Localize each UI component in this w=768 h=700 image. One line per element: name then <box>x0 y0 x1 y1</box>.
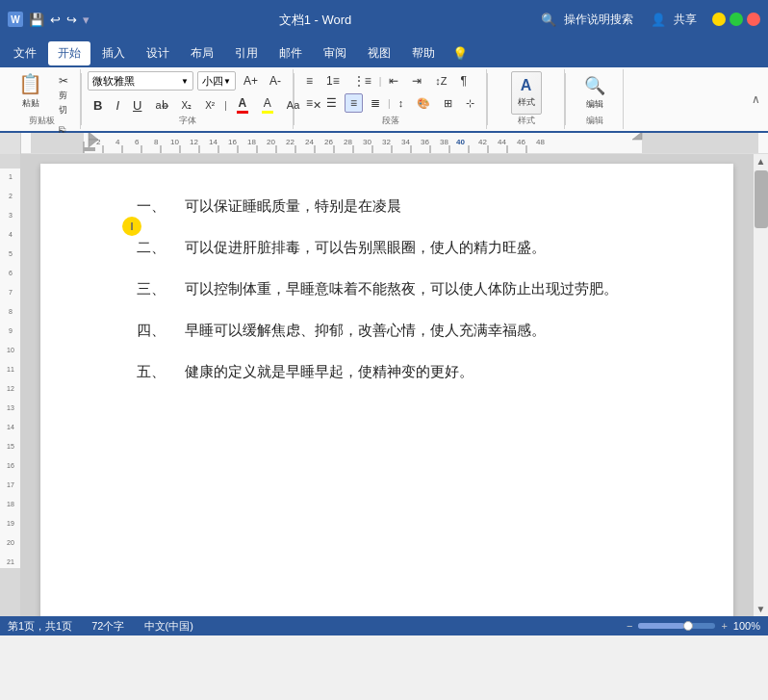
share-button[interactable]: 共享 <box>674 12 697 28</box>
language[interactable]: 中文(中国) <box>144 619 193 634</box>
svg-text:9: 9 <box>9 327 13 334</box>
paragraph-2[interactable]: 二、 可以促进肝脏排毒，可以告别黑眼圈，使人的精力旺盛。 <box>137 234 676 260</box>
paragraph-1[interactable]: 一、 可以保证睡眠质量，特别是在凌晨 <box>137 193 676 219</box>
menu-item-review[interactable]: 审阅 <box>314 41 356 65</box>
increase-indent-button[interactable]: ⇥ <box>406 71 427 91</box>
svg-text:20: 20 <box>7 539 14 546</box>
search-icon[interactable]: 🔍 <box>541 13 556 27</box>
undo-icon[interactable]: ↩ <box>50 13 61 27</box>
svg-text:19: 19 <box>7 520 14 527</box>
justify-button[interactable]: ≣ <box>365 93 386 113</box>
ruler-svg: 2 4 6 8 10 12 14 16 18 20 22 <box>31 133 758 153</box>
ribbon-collapse-button[interactable]: ∧ <box>748 89 764 110</box>
borders-button[interactable]: ⊞ <box>438 94 458 113</box>
document-page[interactable]: I 一、 可以保证睡眠质量，特别是在凌晨 二、 可以促进肝脏排毒，可以告别黑眼圈… <box>40 164 733 616</box>
menu-bar: 文件 开始 插入 设计 布局 引用 邮件 审阅 视图 帮助 💡 <box>0 39 768 67</box>
para-5-text: 健康的定义就是早睡早起，使精神变的更好。 <box>185 358 676 384</box>
menu-item-references[interactable]: 引用 <box>225 41 268 65</box>
svg-text:24: 24 <box>305 138 314 146</box>
paragraph-3[interactable]: 三、 可以控制体重，早睡意味着不能熬夜，可以使人体防止出现过劳肥。 <box>137 275 676 301</box>
user-icon[interactable]: 👤 <box>651 13 666 27</box>
scroll-down-button[interactable]: ▼ <box>754 602 768 616</box>
sort-button[interactable]: ↕Z <box>429 72 452 90</box>
svg-rect-2 <box>642 133 758 153</box>
font-size-select[interactable]: 小四 ▼ <box>197 71 236 91</box>
menu-item-layout[interactable]: 布局 <box>181 41 223 65</box>
svg-text:34: 34 <box>401 138 410 146</box>
zoom-thumb[interactable] <box>683 621 693 631</box>
scroll-up-button[interactable]: ▲ <box>754 154 768 169</box>
align-right-button[interactable]: ≡ <box>345 93 363 113</box>
svg-text:5: 5 <box>9 250 13 257</box>
title-bar-left: W 💾 ↩ ↪ ▾ <box>8 12 90 27</box>
search-label[interactable]: 操作说明搜索 <box>564 12 633 28</box>
zoom-slider[interactable] <box>638 623 715 629</box>
menu-item-insert[interactable]: 插入 <box>92 41 135 65</box>
paragraph-4[interactable]: 四、 早睡可以缓解焦虑、抑郁，改善心情，使人充满幸福感。 <box>137 317 676 343</box>
page-info[interactable]: 第1页，共1页 <box>8 619 72 634</box>
svg-text:18: 18 <box>7 501 14 507</box>
svg-text:21: 21 <box>7 558 14 565</box>
strikethrough-button[interactable]: ab̶ <box>149 96 173 115</box>
svg-text:22: 22 <box>286 138 294 146</box>
superscript-button[interactable]: X² <box>199 97 220 114</box>
zoom-out-icon[interactable]: − <box>627 620 632 632</box>
edit-button[interactable]: 🔍 编辑 <box>577 71 612 115</box>
shading-button[interactable]: 🎨 <box>411 94 436 113</box>
font-name-select[interactable]: 微软雅黑 ▼ <box>88 71 193 91</box>
numbering-button[interactable]: 1≡ <box>320 71 346 91</box>
menu-item-home[interactable]: 开始 <box>48 41 90 65</box>
bullets-button[interactable]: ≡ <box>300 71 319 91</box>
menu-item-file[interactable]: 文件 <box>4 41 46 65</box>
menu-item-mail[interactable]: 邮件 <box>269 41 312 65</box>
styles-icon: A <box>521 77 532 94</box>
svg-text:40: 40 <box>456 138 465 146</box>
line-spacing-button[interactable]: ↕ <box>393 94 410 112</box>
save-icon[interactable]: 💾 <box>29 13 44 27</box>
paragraph-5[interactable]: 五、 健康的定义就是早睡早起，使精神变的更好。 <box>137 358 676 384</box>
app-icon: W <box>8 12 23 27</box>
redo-icon[interactable]: ↪ <box>66 13 77 27</box>
para-5-num: 五、 <box>137 358 185 384</box>
font-grow-button[interactable]: A+ <box>240 72 262 90</box>
lightbulb-icon[interactable]: 💡 <box>452 46 468 61</box>
horizontal-ruler: 2 4 6 8 10 12 14 16 18 20 22 <box>21 133 768 153</box>
menu-item-view[interactable]: 视图 <box>358 41 400 65</box>
align-left-button[interactable]: ≡ <box>300 93 319 113</box>
word-count[interactable]: 72个字 <box>91 619 124 634</box>
scroll-thumb[interactable] <box>755 170 768 228</box>
zoom-level[interactable]: 100% <box>733 620 760 632</box>
paste-button[interactable]: 📋 粘贴 <box>10 71 51 110</box>
zoom-in-icon[interactable]: + <box>721 620 727 632</box>
close-button[interactable] <box>747 13 760 26</box>
multilevel-list-button[interactable]: ⋮≡ <box>347 71 377 91</box>
svg-text:38: 38 <box>440 138 448 146</box>
styles-button[interactable]: A 样式 <box>511 71 542 115</box>
para-2-text: 可以促进肝脏排毒，可以告别黑眼圈，使人的精力旺盛。 <box>185 234 676 260</box>
ribbon-content: 📋 粘贴 ✂ 剪切 ⎘ 复制 🖌 格式刷 剪贴板 <box>0 67 768 131</box>
menu-item-design[interactable]: 设计 <box>137 41 179 65</box>
paragraph-label: 段落 <box>294 113 486 127</box>
font-shrink-button[interactable]: A- <box>266 72 285 90</box>
svg-text:26: 26 <box>324 138 333 146</box>
maximize-button[interactable] <box>730 13 743 26</box>
minimize-button[interactable] <box>712 13 726 26</box>
title-bar: W 💾 ↩ ↪ ▾ 文档1 - Word 🔍 操作说明搜索 👤 共享 <box>0 0 768 39</box>
styles-group: A 样式 样式 <box>488 69 565 129</box>
customize-icon[interactable]: ▾ <box>83 13 90 27</box>
vertical-scrollbar[interactable]: ▲ ▼ <box>753 154 768 616</box>
font-name-dropdown-icon: ▼ <box>181 77 189 86</box>
subscript-button[interactable]: X₂ <box>176 97 198 114</box>
align-center-button[interactable]: ☰ <box>320 93 343 113</box>
svg-text:10: 10 <box>7 347 14 353</box>
para-1-text: 可以保证睡眠质量，特别是在凌晨 <box>185 193 676 219</box>
show-formatting-button[interactable]: ¶ <box>455 71 473 91</box>
svg-text:12: 12 <box>7 385 14 392</box>
svg-text:4: 4 <box>9 231 13 238</box>
svg-text:36: 36 <box>421 138 429 146</box>
menu-item-help[interactable]: 帮助 <box>402 41 445 65</box>
decrease-indent-button[interactable]: ⇤ <box>383 71 404 91</box>
svg-text:6: 6 <box>135 138 140 146</box>
svg-text:10: 10 <box>170 138 179 146</box>
para-more-button[interactable]: ⊹ <box>460 94 480 113</box>
